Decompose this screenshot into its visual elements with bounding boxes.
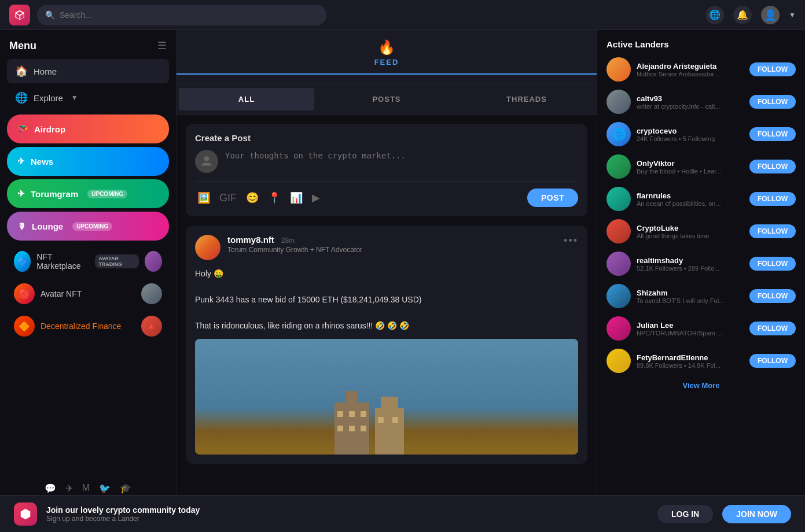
tab-posts[interactable]: POSTS: [319, 88, 454, 110]
svg-rect-9: [349, 426, 355, 431]
create-post-avatar: [195, 150, 218, 173]
lander-name-shizahm: Shizahm: [637, 289, 744, 297]
bottom-bar-text: Join our lovely crypto community today S…: [46, 505, 343, 523]
discord-icon[interactable]: 💬: [45, 483, 56, 494]
menu-title: Menu: [9, 40, 36, 52]
view-more-button[interactable]: View More: [606, 381, 796, 390]
app-logo[interactable]: [9, 5, 30, 25]
telegram-icon[interactable]: ✈: [65, 483, 73, 494]
lander-name-cryptoluke: CryptoLuke: [637, 224, 744, 232]
follow-button-flarnrules[interactable]: FOLLOW: [749, 192, 796, 206]
tab-threads[interactable]: THREADS: [459, 88, 594, 110]
sidebar-item-defi[interactable]: 🔶 Decentralized Finance 🔺: [7, 311, 169, 341]
follow-button-shizahm[interactable]: FOLLOW: [749, 289, 796, 303]
follow-button-caltv93[interactable]: FOLLOW: [749, 95, 796, 109]
bottom-logo: [14, 503, 37, 526]
follow-button-fetybernard[interactable]: FOLLOW: [749, 354, 796, 368]
lander-desc-realtimshady: 52.1K Followers • 289 Follo...: [637, 265, 744, 272]
lander-desc-cryptocevo: 24K Followers • 5 Following: [637, 135, 744, 142]
sidebar-collapse-button[interactable]: ☰: [157, 39, 167, 52]
emoji-icon[interactable]: 😊: [244, 189, 261, 206]
twitter-icon[interactable]: 🐦: [99, 483, 111, 494]
missions-icon[interactable]: 🌐: [705, 6, 724, 24]
log-in-button[interactable]: LOG IN: [657, 505, 713, 523]
create-post-textarea[interactable]: [225, 150, 578, 174]
chevron-down-icon: ▼: [71, 94, 78, 102]
sidebar-item-news[interactable]: ✈ News: [7, 147, 169, 176]
lander-item-caltv93: caltv93 writer at cryptocity.info - calt…: [606, 90, 796, 114]
gif-icon[interactable]: GIF: [217, 190, 239, 206]
notifications-icon[interactable]: 🔔: [733, 6, 752, 24]
post-line3: That is ridonculous, like riding on a rh…: [195, 319, 578, 332]
lander-avatar-fetybernard[interactable]: [606, 349, 631, 373]
defi-left: 🔶 Decentralized Finance: [14, 316, 121, 337]
sidebar-colorful-items: 🪂 Airdrop ✈ News ✈ Torumgram UPCOMING 🎙 …: [0, 114, 176, 241]
lander-desc-fetybernard: 89.8K Followers • 14.9K Fol...: [637, 362, 744, 369]
lander-info-julianlee: Julian Lee NPC/TORUMNATOR/Spam ...: [637, 321, 744, 337]
sidebar-item-nft-marketplace[interactable]: 🔷 NFT Marketplace AVATAR TRADING: [7, 246, 169, 276]
lander-avatar-cryptoluke[interactable]: [606, 219, 631, 243]
lander-info-cryptocevo: cryptocevo 24K Followers • 5 Following: [637, 127, 744, 142]
location-icon[interactable]: 📍: [266, 189, 283, 206]
search-bar[interactable]: 🔍: [37, 5, 326, 25]
lander-desc-alejandro: Nutbox Senior Ambassador...: [637, 71, 744, 77]
lander-avatar-onlyviktor[interactable]: [606, 154, 631, 179]
lander-avatar-alejandro[interactable]: [606, 57, 631, 82]
lander-info-cryptoluke: CryptoLuke All good things takes time: [637, 224, 744, 239]
follow-button-onlyviktor[interactable]: FOLLOW: [749, 160, 796, 173]
active-landers-title: Active Landers: [606, 39, 796, 49]
sidebar-item-avatar-nft[interactable]: 🔴 Avatar NFT: [7, 279, 169, 309]
post-content: Holy 🤑 Punk 3443 has a new bid of 15000 …: [195, 267, 578, 332]
lander-avatar-cryptocevo[interactable]: 🌐: [606, 122, 631, 146]
svg-rect-8: [337, 426, 343, 431]
lander-name-realtimshady: realtimshady: [637, 256, 744, 265]
follow-button-realtimshady[interactable]: FOLLOW: [749, 257, 796, 271]
lander-avatar-caltv93[interactable]: [606, 90, 631, 114]
airdrop-icon: 🪂: [17, 124, 28, 134]
post-more-button[interactable]: •••: [564, 235, 578, 247]
dropdown-arrow-icon[interactable]: ▼: [789, 11, 796, 19]
lander-avatar-julianlee[interactable]: [606, 316, 631, 341]
torumgram-upcoming-badge: UPCOMING: [87, 190, 127, 198]
medium-icon[interactable]: M: [82, 483, 90, 494]
explore-icon: 🌐: [15, 91, 28, 104]
follow-button-cryptocevo[interactable]: FOLLOW: [749, 127, 796, 141]
follow-button-julianlee[interactable]: FOLLOW: [749, 322, 796, 335]
follow-button-cryptoluke[interactable]: FOLLOW: [749, 224, 796, 238]
sidebar-item-explore[interactable]: 🌐 Explore ▼: [7, 86, 169, 110]
sidebar-nav: 🏠 Home 🌐 Explore ▼: [0, 59, 176, 110]
lander-name-cryptocevo: cryptocevo: [637, 127, 744, 135]
search-input[interactable]: [60, 10, 318, 20]
post-button[interactable]: POST: [527, 189, 578, 207]
sidebar-item-home-label: Home: [34, 66, 57, 76]
lander-item-flarnrules: flarnrules An ocean of possibilities, on…: [606, 187, 796, 211]
diploma-icon[interactable]: 🎓: [120, 483, 131, 494]
post-line1: Holy 🤑: [195, 267, 578, 280]
sidebar-item-lounge[interactable]: 🎙 Lounge UPCOMING: [7, 212, 169, 241]
lander-info-alejandro: Alejandro Aristeguieta Nutbox Senior Amb…: [637, 62, 744, 77]
follow-button-alejandro[interactable]: FOLLOW: [749, 62, 796, 76]
create-post-actions: 🖼️ GIF 😊 📍 📊 ▶ POST: [195, 181, 578, 207]
feed-underline: [177, 73, 597, 75]
post-user-avatar[interactable]: [195, 235, 220, 260]
user-avatar[interactable]: 👤: [761, 6, 780, 24]
chart-icon[interactable]: 📊: [288, 189, 305, 206]
sidebar-item-torumgram[interactable]: ✈ Torumgram UPCOMING: [7, 179, 169, 208]
feed-flame-icon: 🔥: [186, 39, 587, 56]
lander-avatar-flarnrules[interactable]: [606, 187, 631, 211]
post-line2: Punk 3443 has a new bid of 15000 ETH ($1…: [195, 293, 578, 306]
main-feed: 🔥 FEED ALL POSTS THREADS Create a Post 🖼: [177, 30, 597, 532]
lounge-label: Lounge: [32, 221, 63, 231]
lander-avatar-shizahm[interactable]: [606, 284, 631, 308]
defi-label: Decentralized Finance: [41, 322, 121, 331]
sidebar-header: Menu ☰: [0, 30, 176, 59]
lander-avatar-realtimshady[interactable]: [606, 252, 631, 276]
tab-all[interactable]: ALL: [179, 88, 314, 110]
image-upload-icon[interactable]: 🖼️: [195, 189, 212, 206]
sidebar-item-airdrop[interactable]: 🪂 Airdrop: [7, 114, 169, 143]
join-now-button[interactable]: JOIN NOW: [722, 505, 791, 523]
sidebar-item-home[interactable]: 🏠 Home: [7, 59, 169, 83]
post-subtitle: Torum Community Growth + NFT Advocator: [227, 246, 557, 254]
post-username[interactable]: tommy8.nft: [227, 235, 274, 245]
play-icon[interactable]: ▶: [310, 189, 322, 206]
